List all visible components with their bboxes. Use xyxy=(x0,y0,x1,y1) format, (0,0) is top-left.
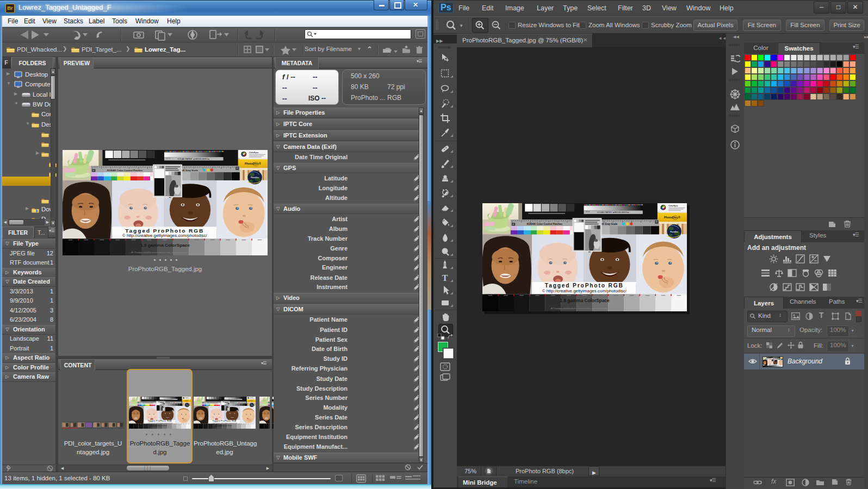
svg-text:T: T xyxy=(442,273,448,283)
